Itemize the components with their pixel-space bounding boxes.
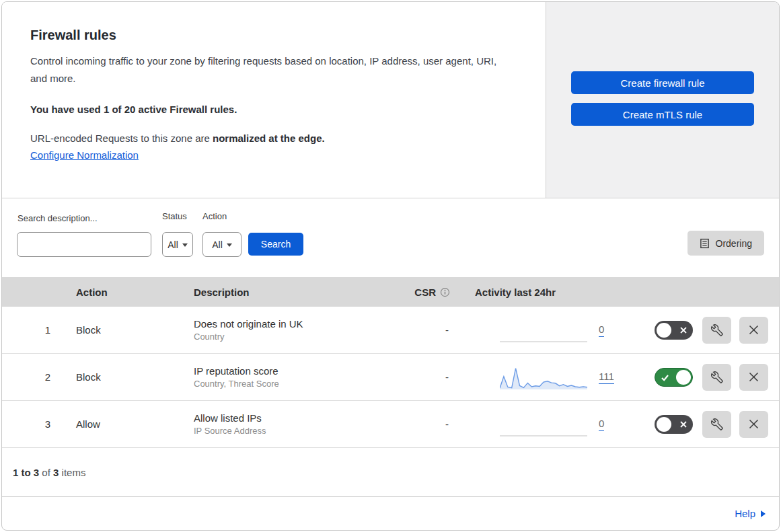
filter-bar: Search description... Status All Action … <box>2 198 779 277</box>
table-row: 2 Block IP reputation score Country, Thr… <box>2 354 779 401</box>
normalization-note: URL-encoded Requests to this zone are no… <box>30 132 513 144</box>
rule-description: IP reputation score <box>194 365 399 377</box>
rule-fields: Country <box>194 332 399 342</box>
edit-rule-button[interactable] <box>702 364 731 391</box>
toggle-on-check-icon <box>661 373 669 382</box>
pagination-items: items <box>59 467 85 478</box>
action-filter-label: Action <box>202 211 227 221</box>
enable-toggle[interactable] <box>655 321 693 340</box>
enable-toggle[interactable] <box>655 368 693 387</box>
rule-description-cell: IP reputation score Country, Threat Scor… <box>184 365 399 389</box>
help-link[interactable]: Help <box>735 508 766 519</box>
activity-sparkline <box>500 411 587 438</box>
search-label: Search description... <box>17 213 98 223</box>
toggle-off-x-icon <box>679 420 687 428</box>
enable-toggle[interactable] <box>655 415 693 434</box>
ordering-list-icon <box>700 238 710 249</box>
rule-description-cell: Does not originate in UK Country <box>184 318 399 342</box>
chevron-down-icon <box>227 243 232 247</box>
rule-csr-value: - <box>445 324 453 336</box>
firewall-rules-page: Firewall rules Control incoming traffic … <box>1 1 780 531</box>
edit-rule-button[interactable] <box>702 411 731 438</box>
toggle-knob <box>657 323 671 338</box>
chevron-down-icon <box>182 243 188 247</box>
ordering-button-label: Ordering <box>716 238 752 249</box>
hero-action-panel: Create firewall rule Create mTLS rule <box>546 2 779 198</box>
delete-rule-button[interactable] <box>739 364 768 391</box>
page-title: Firewall rules <box>30 28 513 43</box>
usage-summary: You have used 1 of 20 active Firewall ru… <box>30 104 513 115</box>
rule-action: Block <box>66 371 184 383</box>
pagination-range: 1 to 3 <box>13 467 39 478</box>
search-box[interactable] <box>17 232 151 257</box>
toggle-knob <box>676 370 691 385</box>
activity-count-link[interactable]: 0 <box>599 418 604 431</box>
rule-activity-cell: 111 <box>453 364 618 391</box>
rule-controls <box>618 317 779 344</box>
search-input[interactable] <box>30 233 154 256</box>
column-header-activity: Activity last 24hr <box>453 287 618 298</box>
rule-priority: 1 <box>45 324 66 336</box>
edit-rule-button[interactable] <box>702 317 731 344</box>
normalization-note-text: URL-encoded Requests to this zone are <box>30 132 213 144</box>
delete-rule-button[interactable] <box>739 411 768 438</box>
action-filter-value: All <box>212 239 223 250</box>
arrow-right-icon <box>761 510 766 517</box>
rule-fields: IP Source Address <box>194 426 399 436</box>
activity-count-link[interactable]: 111 <box>599 371 614 384</box>
pagination-of: of <box>39 467 53 478</box>
table-header: Action Description CSR Activity last 24h… <box>2 277 779 307</box>
rule-fields: Country, Threat Score <box>194 379 399 389</box>
column-header-csr-label: CSR <box>414 287 436 298</box>
rule-controls <box>618 364 779 391</box>
close-icon <box>748 371 759 383</box>
rule-csr-value: - <box>445 371 453 383</box>
activity-sparkline <box>500 317 587 344</box>
action-filter-dropdown[interactable]: All <box>202 232 241 257</box>
wrench-icon <box>711 371 723 383</box>
configure-normalization-link[interactable]: Configure Normalization <box>30 149 139 161</box>
hero-section: Firewall rules Control incoming traffic … <box>2 2 779 198</box>
normalization-note-bold: normalized at the edge. <box>213 132 325 144</box>
rule-action: Allow <box>66 418 184 430</box>
status-filter-label: Status <box>162 211 187 221</box>
create-firewall-rule-button[interactable]: Create firewall rule <box>571 71 754 94</box>
rule-description: Allow listed IPs <box>194 412 399 424</box>
info-icon[interactable] <box>440 287 450 297</box>
status-filter-dropdown[interactable]: All <box>162 232 193 257</box>
rule-priority: 2 <box>45 371 66 383</box>
help-link-label: Help <box>735 508 755 519</box>
rule-action: Block <box>66 324 184 336</box>
pagination-summary: 1 to 3 of 3 items <box>2 448 779 497</box>
activity-count-link[interactable]: 0 <box>599 324 604 337</box>
wrench-icon <box>711 324 723 336</box>
rule-description: Does not originate in UK <box>194 318 399 330</box>
rule-priority: 3 <box>45 418 66 430</box>
ordering-button[interactable]: Ordering <box>687 231 764 256</box>
delete-rule-button[interactable] <box>739 317 768 344</box>
help-bar: Help <box>2 497 779 530</box>
create-mtls-rule-button[interactable]: Create mTLS rule <box>571 103 754 126</box>
close-icon <box>748 418 759 430</box>
table-row: 3 Allow Allow listed IPs IP Source Addre… <box>2 401 779 448</box>
rule-activity-cell: 0 <box>453 411 618 438</box>
toggle-knob <box>657 417 671 432</box>
column-header-action: Action <box>66 287 184 298</box>
rule-csr-value: - <box>445 418 453 430</box>
wrench-icon <box>711 418 723 430</box>
rule-controls <box>618 411 779 438</box>
table-body: 1 Block Does not originate in UK Country… <box>2 307 779 448</box>
toggle-off-x-icon <box>679 326 687 334</box>
close-icon <box>748 324 759 336</box>
hero-text-panel: Firewall rules Control incoming traffic … <box>2 2 546 198</box>
rule-activity-cell: 0 <box>453 317 618 344</box>
search-button[interactable]: Search <box>248 233 303 256</box>
activity-sparkline <box>500 364 587 391</box>
column-header-description: Description <box>184 287 399 298</box>
column-header-csr: CSR <box>414 287 453 298</box>
table-row: 1 Block Does not originate in UK Country… <box>2 307 779 354</box>
rule-description-cell: Allow listed IPs IP Source Address <box>184 412 399 436</box>
status-filter-value: All <box>168 239 178 250</box>
page-description: Control incoming traffic to your zone by… <box>30 52 511 87</box>
